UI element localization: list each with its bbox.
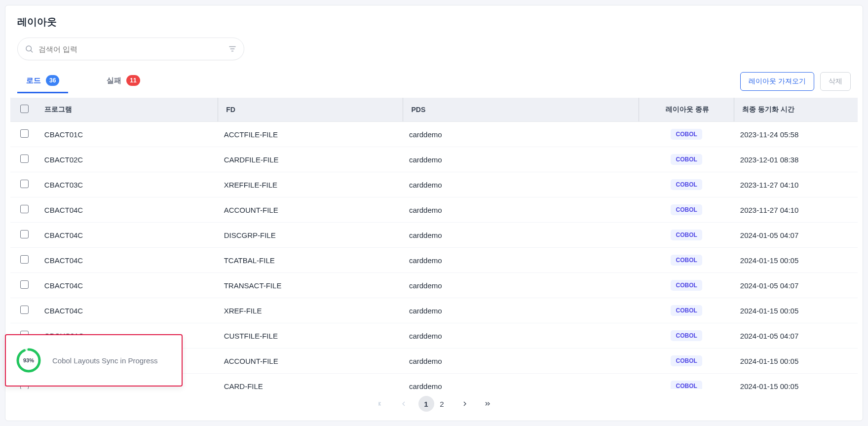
cell-fd: CARDFILE-FILE	[218, 147, 403, 172]
cobol-tag: COBOL	[671, 305, 702, 316]
toast-message: Cobol Layouts Sync in Progress	[52, 356, 157, 365]
page-first-button[interactable]	[373, 396, 389, 412]
cell-layout-type: COBOL	[639, 248, 734, 273]
cobol-tag: COBOL	[671, 204, 702, 215]
cobol-tag: COBOL	[671, 280, 702, 291]
table-row[interactable]: CBACT03CXREFFILE-FILEcarddemoCOBOL2023-1…	[10, 172, 858, 197]
cell-fd: CARD-FILE	[218, 374, 403, 389]
header-program: 프로그램	[38, 98, 218, 122]
delete-button[interactable]: 삭제	[820, 72, 851, 91]
cell-last-sync: 2024-01-15 00:05	[734, 374, 858, 389]
row-checkbox[interactable]	[20, 255, 29, 264]
cobol-tag: COBOL	[671, 179, 702, 190]
cell-fd: ACCOUNT-FILE	[218, 349, 403, 374]
cell-program: CBACT04C	[38, 197, 218, 223]
table-row[interactable]: CBACT02CCARDFILE-FILEcarddemoCOBOL2023-1…	[10, 147, 858, 172]
tab-load-count: 36	[46, 75, 59, 86]
header-fd: FD	[218, 98, 403, 122]
cell-fd: TCATBAL-FILE	[218, 248, 403, 273]
cell-last-sync: 2023-11-27 04:10	[734, 172, 858, 197]
cell-program: CBACT04C	[38, 248, 218, 273]
row-checkbox[interactable]	[20, 230, 29, 238]
cobol-tag: COBOL	[671, 129, 702, 140]
select-all-checkbox[interactable]	[20, 105, 29, 113]
cell-program: CBACT01C	[38, 122, 218, 147]
cell-layout-type: COBOL	[639, 122, 734, 147]
table-row[interactable]: CBACT04CDISCGRP-FILEcarddemoCOBOL2024-01…	[10, 223, 858, 248]
cell-program: CBACT04C	[38, 298, 218, 323]
cell-fd: CUSTFILE-FILE	[218, 323, 403, 349]
cell-layout-type: COBOL	[639, 323, 734, 349]
cell-layout-type: COBOL	[639, 374, 734, 389]
cobol-tag: COBOL	[671, 154, 702, 165]
cell-pds: carddemo	[403, 323, 639, 349]
cell-pds: carddemo	[403, 223, 639, 248]
cell-layout-type: COBOL	[639, 349, 734, 374]
cell-program: CBACT02C	[38, 147, 218, 172]
cell-last-sync: 2023-11-24 05:58	[734, 122, 858, 147]
cell-layout-type: COBOL	[639, 223, 734, 248]
cell-pds: carddemo	[403, 374, 639, 389]
cell-pds: carddemo	[403, 122, 639, 147]
row-checkbox[interactable]	[20, 155, 29, 163]
tab-load-label: 로드	[26, 76, 41, 85]
page-next-button[interactable]	[457, 396, 473, 412]
page-last-button[interactable]	[480, 396, 495, 412]
search-input[interactable]	[34, 45, 228, 53]
header-layout-type: 레이아웃 종류	[639, 98, 734, 122]
tab-load[interactable]: 로드 36	[17, 69, 68, 93]
progress-ring: 93%	[16, 348, 41, 373]
table-row[interactable]: CBACT04CTCATBAL-FILEcarddemoCOBOL2024-01…	[10, 248, 858, 273]
cell-layout-type: COBOL	[639, 147, 734, 172]
cell-fd: TRANSACT-FILE	[218, 273, 403, 298]
tab-fail[interactable]: 실패 11	[98, 69, 149, 93]
sync-progress-toast: 93% Cobol Layouts Sync in Progress	[5, 334, 183, 387]
table-row[interactable]: CBACT01CACCTFILE-FILEcarddemoCOBOL2023-1…	[10, 122, 858, 147]
cell-pds: carddemo	[403, 172, 639, 197]
svg-line-1	[31, 50, 32, 52]
cell-pds: carddemo	[403, 147, 639, 172]
cell-fd: XREFFILE-FILE	[218, 172, 403, 197]
cobol-tag: COBOL	[671, 230, 702, 240]
row-checkbox[interactable]	[20, 306, 29, 314]
filter-icon[interactable]	[228, 44, 237, 53]
progress-percent: 93%	[16, 348, 41, 373]
cell-pds: carddemo	[403, 349, 639, 374]
table-row[interactable]: CBACT04CTRANSACT-FILEcarddemoCOBOL2024-0…	[10, 273, 858, 298]
page-number-1[interactable]: 1	[418, 396, 434, 412]
cell-last-sync: 2024-01-05 04:07	[734, 223, 858, 248]
cobol-tag: COBOL	[671, 330, 702, 341]
cell-program: CBACT04C	[38, 223, 218, 248]
row-checkbox[interactable]	[20, 129, 29, 138]
cell-last-sync: 2024-01-05 04:07	[734, 273, 858, 298]
cell-layout-type: COBOL	[639, 273, 734, 298]
cell-last-sync: 2023-12-01 08:38	[734, 147, 858, 172]
cell-pds: carddemo	[403, 197, 639, 223]
import-layout-button[interactable]: 레이아웃 가져오기	[740, 72, 814, 91]
cell-last-sync: 2023-11-27 04:10	[734, 197, 858, 223]
cell-pds: carddemo	[403, 298, 639, 323]
cell-program: CBACT03C	[38, 172, 218, 197]
pagination: 12	[5, 389, 863, 421]
cell-fd: DISCGRP-FILE	[218, 223, 403, 248]
cell-program: CBACT04C	[38, 273, 218, 298]
row-checkbox[interactable]	[20, 180, 29, 188]
cell-layout-type: COBOL	[639, 197, 734, 223]
cell-last-sync: 2024-01-15 00:05	[734, 349, 858, 374]
svg-point-0	[26, 46, 32, 51]
cobol-tag: COBOL	[671, 381, 702, 389]
table-row[interactable]: CBACT04CXREF-FILEcarddemoCOBOL2024-01-15…	[10, 298, 858, 323]
row-checkbox[interactable]	[20, 280, 29, 289]
page-prev-button[interactable]	[396, 396, 412, 412]
cell-fd: XREF-FILE	[218, 298, 403, 323]
cell-fd: ACCTFILE-FILE	[218, 122, 403, 147]
cell-fd: ACCOUNT-FILE	[218, 197, 403, 223]
header-pds: PDS	[403, 98, 639, 122]
search-icon	[25, 44, 34, 53]
page-number-2[interactable]: 2	[434, 396, 450, 412]
cell-layout-type: COBOL	[639, 298, 734, 323]
row-checkbox[interactable]	[20, 205, 29, 213]
table-row[interactable]: CBACT04CACCOUNT-FILEcarddemoCOBOL2023-11…	[10, 197, 858, 223]
search-field-wrap	[17, 38, 244, 60]
header-last-sync: 최종 동기화 시간	[734, 98, 858, 122]
